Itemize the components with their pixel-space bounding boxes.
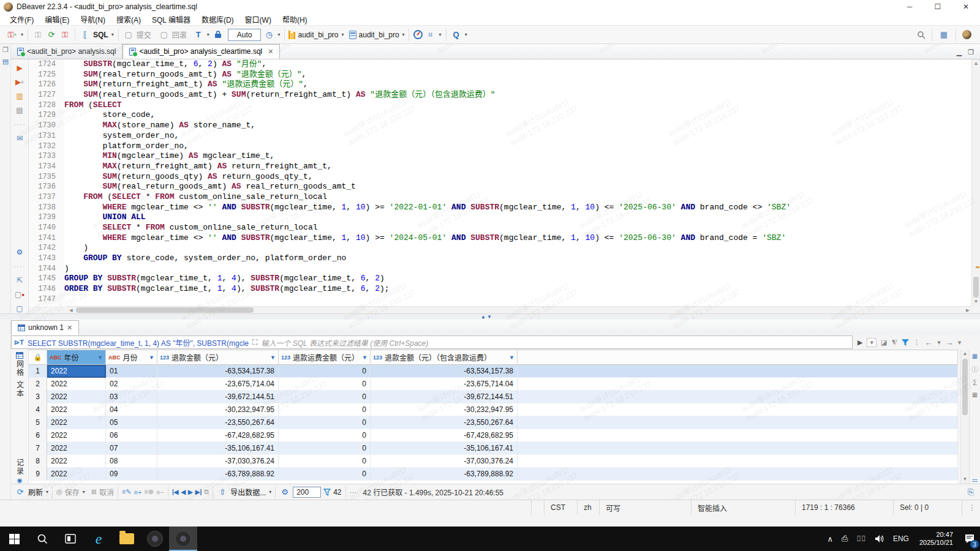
apply-filter-icon[interactable]: ▶ <box>858 339 862 347</box>
tab-text-view[interactable]: 文本 <box>15 381 25 398</box>
code-line[interactable]: 1728FROM (SELECT <box>29 100 971 111</box>
tray-network-icon[interactable]: ⌷⌷ <box>852 534 870 544</box>
editor-vscroll-thumb[interactable] <box>973 277 979 298</box>
column-header-2[interactable]: 123退款金额（元）▼ <box>157 350 279 364</box>
export-data-button[interactable]: 导出数据... <box>230 487 266 497</box>
tray-chevron-icon[interactable]: ∧ <box>823 534 837 544</box>
code-line[interactable]: 1726 SUM(return_freight_amt_t) AS "退款运费金… <box>29 80 971 90</box>
sql-editor-icon[interactable]: ⟦ <box>80 29 91 41</box>
sort-dropdown-icon[interactable]: ▼ <box>97 354 103 361</box>
editor-vertical-scrollbar[interactable]: ▲ ▼ <box>971 59 980 306</box>
table-cell[interactable]: 02 <box>106 378 157 391</box>
edit-cell-icon[interactable]: ≡✎ <box>122 488 132 496</box>
scroll-down-icon[interactable]: ▼ <box>972 298 980 306</box>
quick-search-icon[interactable]: Q <box>451 29 462 41</box>
internet-explorer-icon[interactable]: e <box>85 527 113 551</box>
maximize-editor-icon[interactable]: ❐ <box>968 48 974 56</box>
transaction-log-icon[interactable]: ◷ <box>263 29 274 41</box>
code-line[interactable]: 1724 SUBSTR(mgclear_time_t, 6, 2) AS "月份… <box>29 59 971 70</box>
table-cell[interactable]: 0 <box>279 365 371 378</box>
table-cell[interactable]: -67,428,682.95 <box>157 429 279 442</box>
menu-item-0[interactable]: 文件(F) <box>5 13 39 26</box>
table-row[interactable]: 2202202-23,675,714.040-23,675,714.04 <box>29 378 958 391</box>
results-vertical-scrollbar[interactable]: ▲ ▼ <box>960 350 969 484</box>
add-row-icon[interactable]: ≡+ <box>134 489 142 496</box>
column-header-4[interactable]: 123退款金额（元）（包含退款运费）▼ <box>371 350 518 364</box>
dbeaver-perspective-icon[interactable] <box>962 30 971 39</box>
doc-error-icon[interactable]: ▢● <box>14 290 25 299</box>
table-cell[interactable]: 05 <box>106 416 157 429</box>
tray-volume-icon[interactable] <box>870 534 889 543</box>
splitter-collapse-icons[interactable]: ▲▼ <box>481 314 493 320</box>
table-cell[interactable]: -63,534,157.38 <box>157 365 279 378</box>
maximize-button[interactable]: ☐ <box>924 0 952 13</box>
table-cell[interactable]: 0 <box>279 403 371 416</box>
results-tab[interactable]: unknown 1 ✕ <box>11 320 79 335</box>
commit-mode-select[interactable]: Auto <box>228 29 262 41</box>
caret-position[interactable]: 1719 : 1 : 76366 <box>795 500 893 515</box>
menu-item-5[interactable]: 数据库(D) <box>197 13 239 26</box>
code-line[interactable]: 1731 system_order_no, <box>29 131 971 141</box>
tray-language-indicator[interactable]: ENG <box>889 534 913 543</box>
filter-input[interactable]: ⊳T SELECT SUBSTR(mgclear_time_t, 1, 4) A… <box>11 335 853 349</box>
row-number[interactable]: 2 <box>29 378 47 391</box>
taskbar-search-icon[interactable] <box>28 527 56 551</box>
table-cell[interactable]: -37,030,376.24 <box>371 455 518 468</box>
erase-filter-icon[interactable]: ◪ <box>881 339 887 347</box>
table-cell[interactable]: -67,428,682.95 <box>371 429 518 442</box>
table-cell[interactable]: -30,232,947.95 <box>157 403 279 416</box>
scroll-up-icon[interactable]: ▲ <box>972 59 980 68</box>
copy-result-icon[interactable]: ⎘ <box>965 486 976 498</box>
code-line[interactable]: 1732 platform_order_no, <box>29 141 971 152</box>
table-row[interactable]: 4202204-30,232,947.950-30,232,947.95 <box>29 403 958 416</box>
code-line[interactable]: 1725 SUM(real_return_goods_amt_t) AS "退款… <box>29 70 971 80</box>
panel-value-viewer-icon[interactable]: ▦ <box>971 352 979 360</box>
fetch-size-input[interactable]: 200 <box>293 487 321 498</box>
results-scroll-up-icon[interactable]: ▲ <box>961 350 969 358</box>
table-row[interactable]: 7202207-35,106,167.410-35,106,167.41 <box>29 442 958 455</box>
transaction-mode-icon[interactable]: T <box>193 29 204 41</box>
panel-aggregate-icon[interactable]: ∑ <box>971 378 979 386</box>
nav-back-dropdown-icon[interactable]: ▾ <box>937 339 941 347</box>
fetch-all-icon[interactable] <box>323 489 331 496</box>
cancel-button[interactable]: 取消 <box>99 487 114 497</box>
refresh-icon[interactable]: ⟳ <box>15 486 26 498</box>
transaction-log-dropdown-icon[interactable]: ▾ <box>277 32 280 37</box>
code-line[interactable]: 1744) <box>29 264 971 274</box>
table-cell[interactable]: 09 <box>106 468 157 481</box>
table-cell[interactable]: 0 <box>279 378 371 391</box>
table-cell[interactable]: 2022 <box>47 429 106 442</box>
table-cell[interactable]: -35,106,167.41 <box>371 442 518 455</box>
export-log-icon[interactable]: ⇱ <box>14 276 25 285</box>
output-icon[interactable]: ✉ <box>14 133 25 143</box>
table-cell[interactable]: 07 <box>106 442 157 455</box>
menu-item-7[interactable]: 帮助(H) <box>277 13 312 26</box>
table-cell[interactable]: 01 <box>106 365 157 378</box>
sql-code-editor[interactable]: 1724 SUBSTR(mgclear_time_t, 6, 2) AS "月份… <box>29 59 971 306</box>
open-view-icon[interactable]: ▤ <box>1 58 10 67</box>
first-row-icon[interactable]: |◀ <box>172 489 179 495</box>
table-cell[interactable]: 04 <box>106 403 157 416</box>
nav-forward-dropdown-icon[interactable]: ▾ <box>958 339 962 347</box>
new-connection-icon[interactable]: ⚿+ <box>7 29 18 41</box>
tray-clock[interactable]: 20:47 2025/10/21 <box>913 531 959 547</box>
code-line[interactable]: 1730 MAX(store_name) AS store_name_t, <box>29 121 971 131</box>
restore-panes-icon[interactable]: ❐ <box>1 46 10 56</box>
sort-dropdown-icon[interactable]: ▼ <box>149 354 154 361</box>
row-number[interactable]: 1 <box>29 365 47 378</box>
results-scroll-down-icon[interactable]: ▼ <box>961 475 969 484</box>
table-row[interactable]: 6202206-67,428,682.950-67,428,682.95 <box>29 429 958 442</box>
refresh-dropdown-icon[interactable]: ▾ <box>46 489 48 495</box>
table-cell[interactable]: 2022 <box>47 378 106 391</box>
table-cell[interactable]: 0 <box>279 416 371 429</box>
row-number[interactable]: 8 <box>29 455 47 468</box>
doc-info-icon[interactable]: ▢ <box>14 304 25 313</box>
disconnect-icon[interactable]: ⚿ <box>59 29 70 41</box>
code-line[interactable]: 1747 <box>29 294 971 305</box>
grid-corner-cell[interactable]: 🔒 <box>29 350 47 364</box>
last-row-icon[interactable]: ▶| <box>195 489 202 495</box>
tab-record-mode[interactable]: 记录 ◉ <box>15 459 25 484</box>
task-view-icon[interactable] <box>56 527 85 551</box>
code-line[interactable]: 1736 SUM(real_return_goods_amt) AS real_… <box>29 182 971 192</box>
code-line[interactable]: 1737 FROM (SELECT * FROM custom_online_s… <box>29 192 971 203</box>
